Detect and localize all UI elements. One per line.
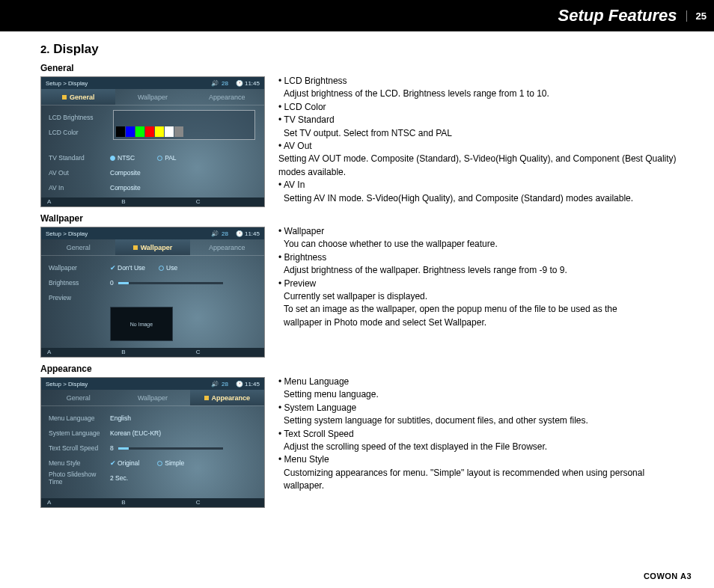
section-heading: 2. Display [40,42,684,57]
page-content: 2. Display General Setup > Display 🔊 28 … [0,31,714,508]
color-bars [116,126,183,137]
subsection-appearance: Appearance Setup > Display 🔊 28 🕐 11:45 … [40,364,684,508]
screenshot-appearance: Setup > Display 🔊 28 🕐 11:45 General Wal… [40,377,265,508]
page-title: Setup Features [558,6,686,25]
row-menu-style[interactable]: Menu Style [49,459,110,467]
screenshot-general: Setup > Display 🔊 28 🕐 11:45 General Wal… [40,76,265,207]
row-system-language[interactable]: System Language [49,429,110,437]
tab-general[interactable]: General [41,239,115,255]
row-slideshow-time[interactable]: Photo Slideshow Time [49,471,110,486]
radio-simple-icon[interactable] [157,461,162,466]
screenshot-wallpaper: Setup > Display 🔊 28 🕐 11:45 General Wal… [40,227,265,358]
row-preview[interactable]: Preview [49,294,110,301]
footer-model: COWON A3 [644,572,692,581]
label-appearance: Appearance [40,364,265,374]
radio-pal-icon[interactable] [157,156,162,161]
row-av-in[interactable]: AV In [49,184,110,192]
check-icon[interactable]: ✔ [110,264,116,272]
page-header: Setup Features 25 [0,0,714,31]
row-lcd-brightness[interactable]: LCD Brightness [49,114,110,121]
row-brightness[interactable]: Brightness [49,279,110,287]
description-wallpaper: Wallpaper You can choose whether to use … [278,213,684,329]
tab-wallpaper[interactable]: Wallpaper [115,390,189,405]
breadcrumb: Setup > Display [46,80,211,87]
tab-wallpaper[interactable]: Wallpaper [115,239,189,255]
brightness-slider[interactable] [118,282,223,284]
volume-icon: 🔊 [211,80,219,87]
label-general: General [40,63,265,73]
section-number: 2. [40,43,50,55]
radio-use-icon[interactable] [159,266,164,271]
section-title-text: Display [53,42,98,56]
row-menu-language[interactable]: Menu Language [49,414,110,422]
volume-value: 28 [222,80,228,87]
preview-no-image: No Image [110,307,173,341]
row-tv-standard[interactable]: TV Standard [49,154,110,162]
page-number: 25 [686,10,707,22]
row-lcd-color[interactable]: LCD Color [49,129,110,136]
check-icon[interactable]: ✔ [110,459,116,467]
tab-general[interactable]: General [41,390,115,405]
label-wallpaper: Wallpaper [40,213,265,224]
tab-general[interactable]: General [41,89,115,105]
description-general: LCD Brightness Adjust brightness of the … [278,63,684,205]
radio-ntsc-icon[interactable] [110,156,115,161]
description-appearance: Menu Language Setting menu language. Sys… [278,364,684,493]
subsection-general: General Setup > Display 🔊 28 🕐 11:45 Gen… [40,63,684,207]
row-av-out[interactable]: AV Out [49,169,110,177]
tab-wallpaper[interactable]: Wallpaper [115,89,189,105]
row-text-scroll[interactable]: Text Scroll Speed [49,444,110,452]
clock-icon: 🕐 [236,80,243,87]
tab-appearance[interactable]: Appearance [190,239,264,255]
subsection-wallpaper: Wallpaper Setup > Display 🔊 28 🕐 11:45 G… [40,213,684,358]
row-wallpaper[interactable]: Wallpaper [49,264,110,272]
tab-appearance[interactable]: Appearance [190,89,264,105]
scroll-speed-slider[interactable] [118,447,223,450]
time-value: 11:45 [245,80,260,87]
tab-appearance[interactable]: Appearance [190,390,264,405]
